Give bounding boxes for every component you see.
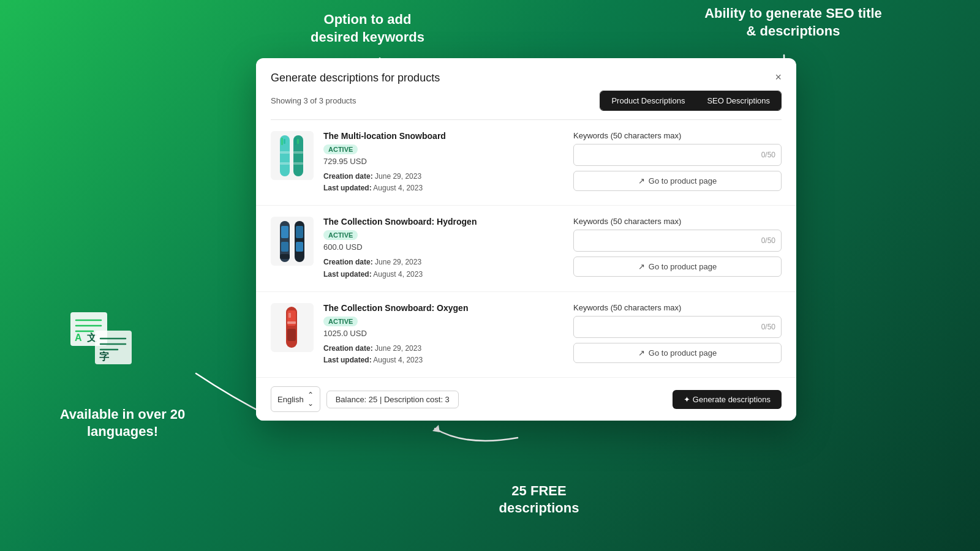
goto-icon-1: ↗ bbox=[638, 176, 645, 186]
svg-rect-19 bbox=[280, 162, 290, 165]
annotation-free: 25 FREE descriptions bbox=[478, 482, 600, 517]
product-controls-3: Keywords (50 characters max) 0/50 ↗ Go t… bbox=[573, 303, 782, 363]
keywords-input-wrap-1: 0/50 bbox=[573, 144, 782, 166]
product-info-2: The Collection Snowboard: Hydrogen ACTIV… bbox=[323, 217, 564, 280]
goto-btn-1[interactable]: ↗ Go to product page bbox=[573, 171, 782, 191]
svg-rect-22 bbox=[297, 139, 299, 144]
product-badge-2: ACTIVE bbox=[323, 230, 358, 240]
product-row-1: The Multi-location Snowboard ACTIVE 729.… bbox=[256, 120, 796, 206]
svg-rect-26 bbox=[281, 226, 288, 238]
product-price-2: 600.0 USD bbox=[323, 242, 564, 252]
keywords-input-wrap-3: 0/50 bbox=[573, 316, 782, 338]
product-price-3: 1025.0 USD bbox=[323, 329, 564, 338]
svg-rect-34 bbox=[287, 329, 296, 341]
language-icon: A 文 字 bbox=[67, 309, 141, 370]
product-meta-3: Creation date: June 29, 2023 Last update… bbox=[323, 343, 564, 366]
char-count-3: 0/50 bbox=[761, 323, 775, 331]
product-badge-3: ACTIVE bbox=[323, 317, 358, 326]
svg-rect-28 bbox=[280, 254, 290, 259]
annotation-seo: Ability to generate SEO title & descript… bbox=[701, 5, 885, 40]
showing-text: Showing 3 of 3 products bbox=[271, 96, 356, 105]
annotation-keywords: Option to add desired keywords bbox=[300, 11, 435, 46]
annotation-languages: Available in over 20 languages! bbox=[43, 406, 202, 441]
goto-icon-2: ↗ bbox=[638, 262, 645, 271]
svg-text:字: 字 bbox=[99, 351, 110, 362]
svg-marker-14 bbox=[432, 425, 440, 432]
tab-seo-descriptions[interactable]: SEO Descriptions bbox=[696, 91, 781, 110]
footer-left: English ⌃⌄ Balance: 25 | Description cos… bbox=[271, 386, 459, 412]
char-count-2: 0/50 bbox=[761, 236, 775, 245]
svg-rect-18 bbox=[280, 151, 290, 154]
tab-product-descriptions[interactable]: Product Descriptions bbox=[600, 91, 696, 110]
product-info-1: The Multi-location Snowboard ACTIVE 729.… bbox=[323, 131, 564, 194]
svg-rect-24 bbox=[293, 162, 303, 165]
product-price-1: 729.95 USD bbox=[323, 157, 564, 166]
svg-rect-17 bbox=[284, 139, 285, 144]
product-name-1: The Multi-location Snowboard bbox=[323, 131, 564, 141]
modal-header: Generate descriptions for products × bbox=[256, 58, 796, 91]
svg-rect-23 bbox=[293, 151, 303, 154]
svg-rect-16 bbox=[281, 138, 283, 145]
svg-rect-30 bbox=[296, 226, 303, 238]
product-name-2: The Collection Snowboard: Hydrogen bbox=[323, 217, 564, 227]
svg-rect-36 bbox=[288, 313, 291, 318]
product-row-2: The Collection Snowboard: Hydrogen ACTIV… bbox=[256, 206, 796, 291]
product-image-1 bbox=[271, 131, 314, 180]
goto-btn-3[interactable]: ↗ Go to product page bbox=[573, 343, 782, 363]
balance-info: Balance: 25 | Description cost: 3 bbox=[326, 391, 459, 408]
goto-icon-3: ↗ bbox=[638, 348, 645, 358]
close-button[interactable]: × bbox=[775, 72, 782, 83]
language-label: English bbox=[277, 395, 304, 404]
product-name-3: The Collection Snowboard: Oxygen bbox=[323, 303, 564, 313]
goto-btn-2[interactable]: ↗ Go to product page bbox=[573, 257, 782, 277]
product-meta-2: Creation date: June 29, 2023 Last update… bbox=[323, 257, 564, 280]
modal-title: Generate descriptions for products bbox=[271, 72, 440, 84]
product-controls-2: Keywords (50 characters max) 0/50 ↗ Go t… bbox=[573, 217, 782, 277]
language-selector[interactable]: English ⌃⌄ bbox=[271, 386, 320, 412]
svg-rect-35 bbox=[287, 321, 296, 324]
generate-descriptions-button[interactable]: ✦ Generate descriptions bbox=[673, 390, 782, 409]
modal-subheader: Showing 3 of 3 products Product Descript… bbox=[256, 91, 796, 119]
keywords-input-2[interactable] bbox=[573, 230, 782, 252]
product-controls-1: Keywords (50 characters max) 0/50 ↗ Go t… bbox=[573, 131, 782, 191]
modal-footer: English ⌃⌄ Balance: 25 | Description cos… bbox=[256, 377, 796, 421]
keywords-input-3[interactable] bbox=[573, 316, 782, 338]
keywords-label-1: Keywords (50 characters max) bbox=[573, 131, 782, 140]
svg-text:A: A bbox=[75, 332, 82, 343]
product-image-3 bbox=[271, 303, 314, 352]
product-badge-1: ACTIVE bbox=[323, 144, 358, 154]
tab-group: Product Descriptions SEO Descriptions bbox=[600, 91, 782, 111]
product-image-2 bbox=[271, 217, 314, 266]
product-row-3: The Collection Snowboard: Oxygen ACTIVE … bbox=[256, 292, 796, 377]
keywords-label-2: Keywords (50 characters max) bbox=[573, 217, 782, 226]
chevron-icon: ⌃⌄ bbox=[307, 391, 314, 408]
keywords-input-wrap-2: 0/50 bbox=[573, 230, 782, 252]
keywords-input-1[interactable] bbox=[573, 144, 782, 166]
keywords-label-3: Keywords (50 characters max) bbox=[573, 303, 782, 312]
char-count-1: 0/50 bbox=[761, 151, 775, 159]
svg-rect-31 bbox=[296, 242, 303, 252]
product-info-3: The Collection Snowboard: Oxygen ACTIVE … bbox=[323, 303, 564, 366]
svg-rect-27 bbox=[281, 242, 288, 252]
svg-rect-21 bbox=[295, 138, 296, 145]
modal: Generate descriptions for products × Sho… bbox=[256, 58, 796, 421]
product-meta-1: Creation date: June 29, 2023 Last update… bbox=[323, 171, 564, 194]
